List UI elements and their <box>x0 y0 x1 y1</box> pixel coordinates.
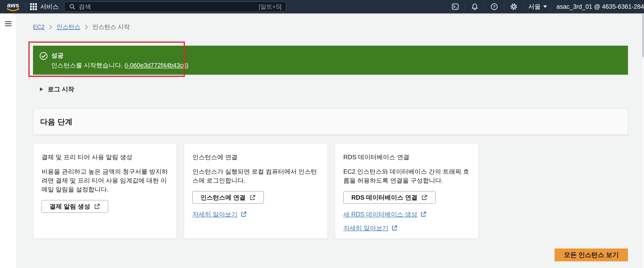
breadcrumb: EC2 인스턴스 인스턴스 시작 <box>33 23 628 31</box>
services-menu-button[interactable]: 서비스 <box>30 3 59 11</box>
link-label: 자세히 알아보기 <box>192 210 238 218</box>
notifications-bell-icon <box>470 3 479 11</box>
notifications-button[interactable] <box>470 3 480 11</box>
card-connect-rds: RDS 데이터베이스 연결 EC2 인스턴스와 데이터베이스 간의 트래픽 흐름… <box>335 143 479 239</box>
flashbar-wrapper: 성공 인스턴스를 시작했습니다. (i-060e3d772f44b43c6) <box>33 46 628 75</box>
aws-logo-icon: aws <box>6 2 21 12</box>
card-body: 인스턴스가 실행되면 로컬 컴퓨터에서 인스턴스에 로그인합니다. <box>192 167 319 185</box>
cloudshell-icon <box>451 3 460 11</box>
chevron-right-icon <box>85 24 88 30</box>
grid-icon <box>30 3 37 10</box>
card-body: 비용을 관리하고 높은 금액의 청구서를 방지하려면 결제 및 프리 티어 사용… <box>42 167 168 194</box>
flashbar-title: 성공 <box>51 52 188 59</box>
hamburger-menu-icon[interactable] <box>5 21 12 26</box>
flashbar-message-prefix: 인스턴스를 시작했습니다. ( <box>51 62 126 69</box>
launch-log-label: 로그 시작 <box>48 85 74 93</box>
search-icon <box>69 4 76 10</box>
scrollbar-thumb[interactable] <box>642 14 644 57</box>
settings-gear-icon <box>510 3 518 11</box>
help-button[interactable]: ? <box>489 3 499 11</box>
region-selector[interactable]: 서울 <box>528 3 547 11</box>
region-label: 서울 <box>528 3 540 11</box>
external-link-icon <box>420 211 426 217</box>
link-label: 새 RDS 데이터베이스 생성 <box>343 210 418 218</box>
aws-console-screen: aws 서비스 검색 [알트+S] <box>0 0 644 268</box>
external-link-icon <box>391 225 398 231</box>
help-icon: ? <box>490 3 498 11</box>
card-connect-instance: 인스턴스에 연결 인스턴스가 실행되면 로컬 컴퓨터에서 인스턴스에 로그인합니… <box>184 143 328 239</box>
success-check-circle-icon <box>39 52 48 60</box>
expander-triangle-icon <box>39 87 44 92</box>
top-navigation-bar: aws 서비스 검색 [알트+S] <box>0 0 644 13</box>
flashbar-text: 성공 인스턴스를 시작했습니다. (i-060e3d772f44b43c6) <box>51 52 188 69</box>
create-rds-database-link[interactable]: 새 RDS 데이터베이스 생성 <box>343 210 426 218</box>
next-steps-cards: 결제 및 프리 티어 사용 알림 생성 비용을 관리하고 높은 금액의 청구서를… <box>33 143 628 239</box>
cloudshell-button[interactable] <box>450 3 460 11</box>
topbar-divider <box>552 3 552 10</box>
chevron-right-icon <box>49 24 52 30</box>
main-area: EC2 인스턴스 인스턴스 시작 <box>0 13 644 268</box>
topbar-divider <box>25 3 26 10</box>
button-label: 인스턴스에 연결 <box>200 193 246 202</box>
card-title: RDS 데이터베이스 연결 <box>343 153 470 161</box>
search-shortcut-hint: [알트+S] <box>259 3 282 11</box>
connect-rds-database-button[interactable]: RDS 데이터베이스 연결 <box>343 191 436 204</box>
flashbar-message-suffix: ) <box>186 62 188 69</box>
external-link-icon <box>240 211 247 217</box>
button-label: 결제 알림 생성 <box>50 202 90 211</box>
instance-id-link[interactable]: i-060e3d772f44b43c6 <box>126 62 186 69</box>
topbar-divider <box>504 3 504 10</box>
breadcrumb-current: 인스턴스 시작 <box>92 23 130 31</box>
side-nav-strip <box>0 13 16 268</box>
caret-down-icon <box>543 6 547 8</box>
topbar-divider <box>523 3 524 10</box>
next-steps-heading: 다음 단계 <box>40 117 72 127</box>
learn-more-link[interactable]: 자세히 알아보기 <box>192 210 247 218</box>
card-billing-alerts: 결제 및 프리 티어 사용 알림 생성 비용을 관리하고 높은 금액의 청구서를… <box>33 143 177 239</box>
svg-text:aws: aws <box>7 2 19 9</box>
content-area: EC2 인스턴스 인스턴스 시작 <box>16 13 644 268</box>
external-link-icon <box>249 194 256 201</box>
launch-log-expander[interactable]: 로그 시작 <box>33 85 74 93</box>
link-label: 자세히 알아보기 <box>343 224 388 232</box>
button-label: RDS 데이터베이스 연결 <box>351 193 418 202</box>
search-input[interactable]: 검색 [알트+S] <box>64 2 286 12</box>
aws-logo[interactable]: aws <box>6 2 21 12</box>
svg-text:?: ? <box>493 5 496 9</box>
vertical-scrollbar[interactable] <box>642 13 644 268</box>
success-flashbar: 성공 인스턴스를 시작했습니다. (i-060e3d772f44b43c6) <box>33 46 628 75</box>
breadcrumb-link-ec2[interactable]: EC2 <box>33 24 45 31</box>
footer-actions: 모든 인스턴스 보기 <box>33 248 628 261</box>
next-steps-panel: 다음 단계 <box>33 109 628 135</box>
flashbar-message: 인스턴스를 시작했습니다. (i-060e3d772f44b43c6) <box>51 62 188 69</box>
connect-to-instance-button[interactable]: 인스턴스에 연결 <box>192 191 264 204</box>
breadcrumb-link-instances[interactable]: 인스턴스 <box>57 23 80 31</box>
external-link-icon <box>421 194 428 201</box>
account-menu[interactable]: asac_3rd_01 @ 4635-6361-284 <box>556 3 644 10</box>
card-title: 결제 및 프리 티어 사용 알림 생성 <box>42 153 168 161</box>
topbar-right-group: ? 서울 asac_3rd_01 @ 4635-6361-284 <box>450 0 644 13</box>
settings-button[interactable] <box>509 3 519 11</box>
services-label: 서비스 <box>40 3 59 11</box>
create-billing-alerts-button[interactable]: 결제 알림 생성 <box>42 200 108 213</box>
search-placeholder: 검색 <box>79 3 91 11</box>
learn-more-link[interactable]: 자세히 알아보기 <box>343 224 398 232</box>
external-link-icon <box>94 203 100 210</box>
card-body: EC2 인스턴스와 데이터베이스 간의 트래픽 흐름을 허용하도록 연결을 구성… <box>343 167 470 185</box>
card-title: 인스턴스에 연결 <box>192 153 319 161</box>
view-all-instances-button[interactable]: 모든 인스턴스 보기 <box>554 248 628 261</box>
